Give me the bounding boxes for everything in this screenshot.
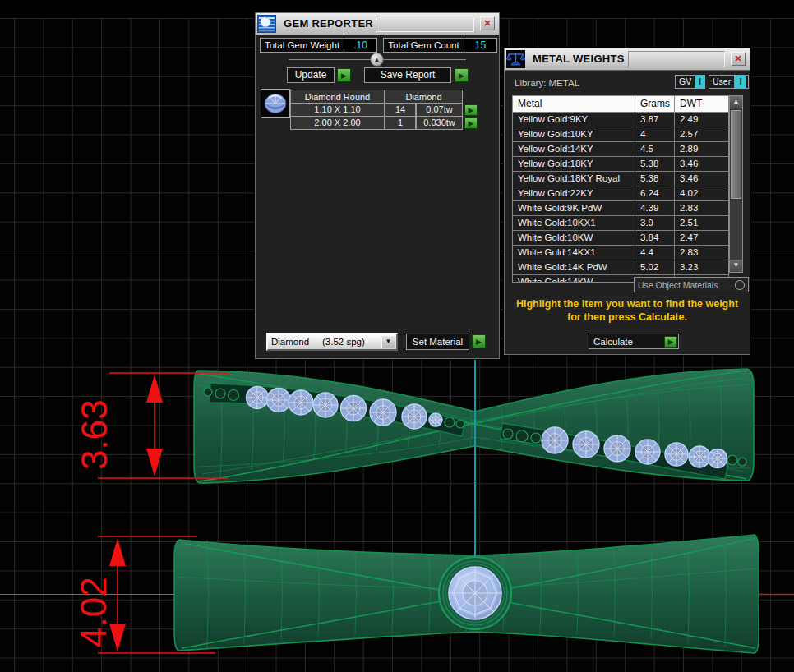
- gem-table-row[interactable]: 2.00 X 2.00 1 0.030tw ▶: [290, 117, 478, 130]
- metal-name: Yellow Gold:10KY: [513, 127, 635, 141]
- gem-reporter-panel: GEM REPORTER ✕ Total Gem Weight .10 Tota…: [255, 12, 500, 359]
- gem-count: 1: [385, 117, 416, 130]
- round-gem[interactable]: [542, 427, 568, 453]
- update-arrow-button[interactable]: ▶: [337, 68, 351, 82]
- user-toggle-button[interactable]: User I: [709, 75, 749, 89]
- round-gem[interactable]: [429, 413, 442, 426]
- metal-grams: 4.4: [635, 246, 674, 260]
- round-gem[interactable]: [709, 449, 727, 468]
- round-gem[interactable]: [370, 399, 396, 426]
- use-object-materials-toggle[interactable]: Use Object Materials: [634, 277, 749, 292]
- set-material-arrow-button[interactable]: ▶: [472, 334, 486, 348]
- round-gem[interactable]: [402, 404, 427, 429]
- panel-title: METAL WEIGHTS: [533, 53, 625, 65]
- update-button[interactable]: Update: [287, 67, 335, 83]
- metal-dwt: 2.49: [674, 113, 728, 127]
- header-dwt: DWT: [674, 96, 728, 112]
- round-gem[interactable]: [267, 389, 291, 412]
- metal-table-row[interactable]: Yellow Gold:9KY 3.87 2.49: [513, 112, 728, 127]
- metal-grams: 6.24: [635, 186, 674, 200]
- material-dropdown[interactable]: Diamond (3.52 spg) ▼: [266, 333, 398, 351]
- gv-indicator: I: [695, 76, 704, 88]
- gv-toggle-button[interactable]: GV I: [675, 75, 705, 89]
- metal-table-row[interactable]: White Gold:10KW 3.84 2.47: [513, 230, 728, 245]
- chevron-down-icon[interactable]: ▼: [381, 335, 395, 348]
- gem-weight: 0.030tw: [416, 117, 463, 130]
- round-gem[interactable]: [604, 435, 630, 462]
- round-gem[interactable]: [313, 393, 338, 417]
- radio-circle-icon: [735, 280, 745, 290]
- metal-table-body: Yellow Gold:9KY 3.87 2.49 Yellow Gold:10…: [513, 112, 728, 282]
- metal-table-row[interactable]: Yellow Gold:14KY 4.5 2.89: [513, 141, 728, 156]
- metal-table-row[interactable]: White Gold:14KX1 4.4 2.83: [513, 245, 728, 260]
- metal-grams: 3.87: [635, 113, 674, 127]
- round-gem[interactable]: [289, 390, 313, 415]
- scroll-up-icon[interactable]: ▲: [730, 96, 742, 108]
- save-report-arrow-button[interactable]: ▶: [455, 68, 469, 82]
- ring-top-view[interactable]: [194, 369, 754, 483]
- metal-dwt: 4.02: [674, 186, 728, 200]
- metal-name: White Gold:14K PdW: [513, 260, 635, 274]
- center-gem-bezel[interactable]: [439, 557, 511, 629]
- gem-seat: [204, 388, 212, 396]
- metal-name: Yellow Gold:14KY: [513, 142, 635, 156]
- metal-table-header: Metal Grams DWT: [513, 96, 728, 112]
- calculate-arrow-button[interactable]: ▶: [664, 336, 677, 348]
- metal-dwt: 3.46: [674, 172, 728, 186]
- titlebar-groove: [376, 16, 474, 32]
- metal-table-row[interactable]: White Gold:14K PdW 5.02 3.23: [513, 260, 728, 274]
- titlebar-groove: [628, 51, 725, 67]
- library-label: Library: METAL: [515, 78, 579, 88]
- total-gem-weight-label: Total Gem Weight: [260, 38, 344, 53]
- metal-name: Yellow Gold:18KY: [513, 157, 635, 171]
- dimension-bottom-label: 4.02: [73, 577, 113, 647]
- metal-weights-titlebar[interactable]: METAL WEIGHTS ✕: [505, 48, 750, 71]
- gem-table-row[interactable]: 1.10 X 1.10 14 0.07tw ▶: [290, 104, 478, 117]
- gem-count: 14: [385, 104, 416, 117]
- metal-dwt: 3.23: [674, 260, 728, 274]
- gem-row-arrow-button[interactable]: ▶: [464, 117, 478, 129]
- metal-name: Yellow Gold:18KY Royal: [513, 172, 635, 186]
- gem-seat: [215, 389, 225, 398]
- round-gem[interactable]: [247, 387, 269, 409]
- gem-seat: [456, 420, 464, 428]
- calculate-button[interactable]: Calculate ▶: [589, 334, 679, 349]
- close-icon[interactable]: ✕: [480, 16, 495, 30]
- save-report-button[interactable]: Save Report: [364, 67, 451, 83]
- panel-title: GEM REPORTER: [284, 17, 373, 30]
- metal-grams: 5.38: [635, 172, 674, 186]
- metal-table-row[interactable]: White Gold:9K PdW 4.39 2.83: [513, 200, 728, 215]
- ring-front-view[interactable]: [174, 535, 759, 653]
- scroll-down-icon[interactable]: ▼: [730, 260, 742, 272]
- metal-table-row[interactable]: Yellow Gold:18KY Royal 5.38 3.46: [513, 171, 728, 186]
- round-gem[interactable]: [665, 443, 688, 466]
- metal-name: Yellow Gold:22KY: [513, 186, 635, 200]
- metal-weights-scale-icon: [506, 50, 525, 68]
- metal-grams: 4: [635, 127, 674, 141]
- scrollbar[interactable]: ▲ ▼: [729, 95, 743, 273]
- metal-dwt: 2.83: [674, 246, 728, 260]
- set-material-button[interactable]: Set Material: [406, 334, 469, 350]
- collapse-knob[interactable]: ▲: [370, 53, 384, 67]
- metal-table-row[interactable]: Yellow Gold:22KY 6.24 4.02: [513, 186, 728, 200]
- scrollbar-thumb[interactable]: [731, 110, 741, 199]
- metal-grams: 3.9: [635, 216, 674, 230]
- gem-row-arrow-button[interactable]: ▶: [464, 104, 478, 116]
- round-gem[interactable]: [573, 431, 599, 458]
- gem-reporter-titlebar[interactable]: GEM REPORTER ✕: [256, 13, 499, 35]
- round-gem[interactable]: [341, 396, 367, 421]
- metal-table-row[interactable]: Yellow Gold:18KY 5.38 3.46: [513, 156, 728, 171]
- metal-grams: 4.5: [635, 142, 674, 156]
- center-gem[interactable]: [449, 567, 501, 619]
- dimension-top-label: 3.63: [74, 399, 114, 470]
- close-icon[interactable]: ✕: [731, 52, 746, 66]
- viewport-background: 3.63 4.02 GEM REPORTER ✕: [0, 0, 794, 672]
- total-gem-weight-value: .10: [344, 38, 377, 53]
- metal-table-row[interactable]: Yellow Gold:10KY 4 2.57: [513, 127, 728, 141]
- metal-weights-table: Metal Grams DWT Yellow Gold:9KY 3.87 2.4…: [512, 95, 729, 283]
- metal-table-row[interactable]: White Gold:10KX1 3.9 2.51: [513, 215, 728, 230]
- gem-seat: [516, 430, 528, 442]
- round-gem[interactable]: [635, 440, 660, 464]
- round-gem[interactable]: [689, 446, 710, 467]
- metal-dwt: 2.89: [674, 142, 728, 156]
